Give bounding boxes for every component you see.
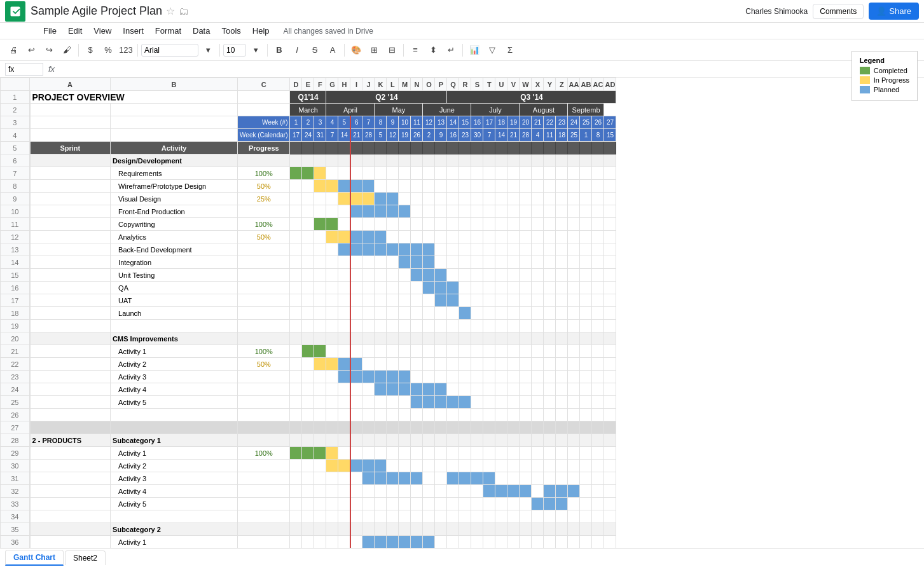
cell-32-B[interactable]: Activity 4 [111,485,238,498]
cell-30-B[interactable]: Activity 2 [111,460,238,472]
col-U-header[interactable]: U [495,78,507,91]
col-X-header[interactable]: X [532,78,544,91]
col-O-header[interactable]: O [423,78,435,91]
cell-34-B[interactable] [111,510,238,523]
col-J-header[interactable]: J [362,78,375,91]
col-V-header[interactable]: V [507,78,520,91]
cell-15-B[interactable]: Unit Testing [111,269,238,282]
col-S-header[interactable]: S [471,78,483,91]
font-size-input[interactable] [223,44,246,57]
formula-button[interactable]: Σ [502,42,518,58]
cell-13-B[interactable]: Back-End Development [111,243,238,256]
col-C-header[interactable]: C [238,78,290,91]
col-AC-header[interactable]: AC [592,78,604,91]
valign-button[interactable]: ⬍ [425,42,441,58]
cell-29-B[interactable]: Activity 1 [111,447,238,460]
wrap-button[interactable]: ↵ [443,42,459,58]
menu-tools[interactable]: Tools [216,25,245,37]
undo-button[interactable]: ↩ [23,42,39,58]
col-N-header[interactable]: N [411,78,423,91]
cell-8-B[interactable]: Wireframe/Prototype Design [111,180,238,193]
font-selector[interactable] [141,44,198,57]
redo-button[interactable]: ↪ [41,42,57,58]
folder-icon[interactable]: 🗂 [179,6,189,17]
col-T-header[interactable]: T [483,78,495,91]
share-button[interactable]: 👤 Share [869,3,919,20]
paint-format-button[interactable]: 🖌 [59,42,75,58]
align-left[interactable]: ≡ [407,42,424,58]
cell-9-B[interactable]: Visual Design [111,193,238,205]
text-color-button[interactable]: A [324,42,341,58]
col-P-header[interactable]: P [435,78,447,91]
menu-format[interactable]: Format [150,25,186,37]
col-E-header[interactable]: E [302,78,314,91]
col-K-header[interactable]: K [375,78,387,91]
col-A-header[interactable]: A [30,78,111,91]
cell-33-B[interactable]: Activity 5 [111,498,238,510]
col-R-header[interactable]: R [459,78,471,91]
star-icon[interactable]: ☆ [166,5,175,17]
col-H-header[interactable]: H [338,78,350,91]
percent-button[interactable]: % [100,42,116,58]
formula-input[interactable] [60,64,919,74]
filter-button[interactable]: ▽ [484,42,500,58]
col-Y-header[interactable]: Y [544,78,556,91]
doc-title[interactable]: Sample Agile Project Plan [31,4,162,18]
merge-button[interactable]: ⊟ [383,42,400,58]
col-L-header[interactable]: L [387,78,399,91]
font-down-arrow[interactable]: ▾ [200,42,216,58]
col-M-header[interactable]: M [399,78,411,91]
fill-color-button[interactable]: 🎨 [348,42,364,58]
col-G-header[interactable]: G [326,78,338,91]
strikethrough-button[interactable]: S [307,42,323,58]
cell-20-B[interactable]: CMS Improvements [111,332,238,345]
cell-27-B[interactable] [111,421,238,434]
cell-18-B[interactable]: Launch [111,307,238,320]
cell-31-B[interactable]: Activity 3 [111,472,238,485]
menu-data[interactable]: Data [188,25,215,37]
cell-28-B[interactable]: Subcategory 1 [111,434,238,447]
cell-21-B[interactable]: Activity 1 [111,345,238,358]
menu-help[interactable]: Help [247,25,275,37]
menu-edit[interactable]: Edit [63,25,87,37]
cell-11-B[interactable]: Copywriting [111,218,238,231]
project-title[interactable]: PROJECT OVERVIEW [30,91,238,104]
borders-button[interactable]: ⊞ [366,42,382,58]
cell-7-B[interactable]: Requirements [111,167,238,180]
currency-button[interactable]: $ [82,42,99,58]
cell-24-B[interactable]: Activity 4 [111,383,238,396]
bold-button[interactable]: B [271,42,287,58]
col-AB-header[interactable]: AB [580,78,592,91]
sheet-tab-2[interactable]: Sheet2 [65,550,106,565]
cell-22-B[interactable]: Activity 2 [111,358,238,371]
menu-insert[interactable]: Insert [118,25,149,37]
print-button[interactable]: 🖨 [5,42,22,58]
menu-view[interactable]: View [88,25,116,37]
menu-file[interactable]: File [38,25,62,37]
col-AA-header[interactable]: AA [568,78,580,91]
cell-19-B[interactable] [111,320,238,332]
col-W-header[interactable]: W [520,78,532,91]
col-AD-header[interactable]: AD [604,78,616,91]
cell-36-B[interactable]: Activity 1 [111,536,238,549]
cell-6-B[interactable]: Design/Development [111,154,238,167]
number-format-button[interactable]: 123 [118,42,134,58]
col-I-header[interactable]: I [350,78,362,91]
col-B-header[interactable]: B [111,78,238,91]
cell-reference[interactable] [5,63,43,76]
col-F-header[interactable]: F [314,78,326,91]
cell-12-B[interactable]: Analytics [111,231,238,243]
cell-17-B[interactable]: UAT [111,294,238,307]
cell-16-B[interactable]: QA [111,282,238,294]
cell-14-B[interactable]: Integration [111,256,238,269]
cell-25-B[interactable]: Activity 5 [111,396,238,409]
comments-button[interactable]: Comments [813,4,864,19]
italic-button[interactable]: I [289,42,305,58]
cell-23-B[interactable]: Activity 3 [111,371,238,383]
col-D-header[interactable]: D [290,78,302,91]
chart-button[interactable]: 📊 [466,42,483,58]
sheet-tab-1[interactable]: Gantt Chart [5,550,64,566]
cell-35-B[interactable]: Subcategory 2 [111,523,238,536]
col-Z-header[interactable]: Z [556,78,568,91]
col-Q-header[interactable]: Q [447,78,459,91]
